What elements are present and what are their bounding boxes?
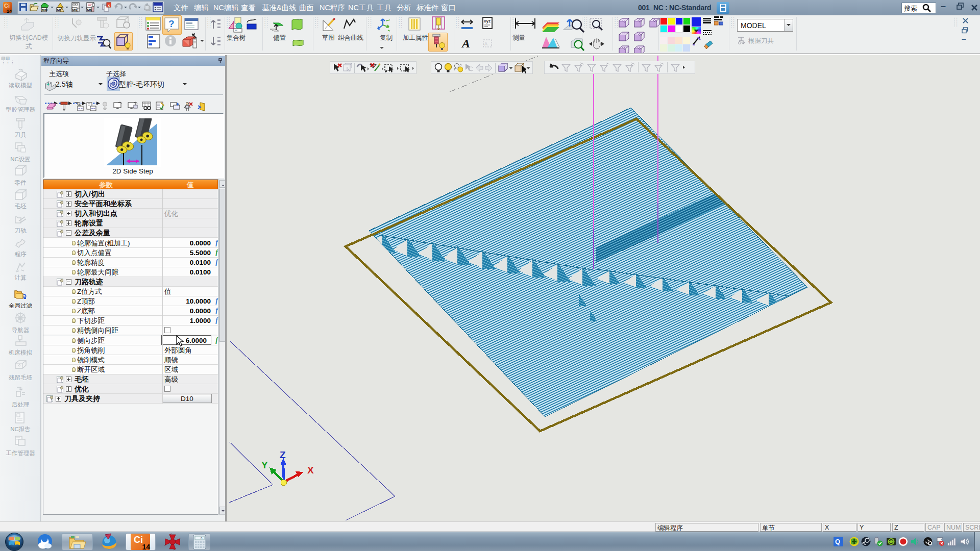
svg-text:Y: Y bbox=[261, 460, 268, 470]
svg-text:A: A bbox=[484, 41, 487, 46]
svg-text:Z: Z bbox=[280, 449, 286, 460]
svg-text:Q: Q bbox=[835, 538, 840, 545]
svg-text:?: ? bbox=[168, 18, 175, 29]
svg-text:xyz: xyz bbox=[484, 19, 491, 23]
svg-text:X: X bbox=[307, 465, 314, 475]
